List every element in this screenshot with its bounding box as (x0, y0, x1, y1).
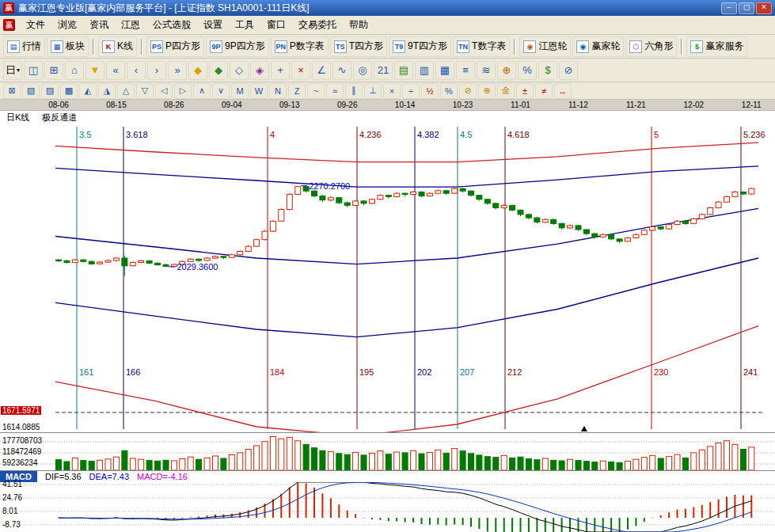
macd-axis-label: 24.76 (2, 493, 22, 502)
home-icon[interactable]: ⌂ (65, 61, 84, 80)
triangle-up-icon[interactable]: △ (117, 83, 135, 99)
menu-item-3[interactable]: 江恩 (115, 17, 146, 32)
zoom-icon[interactable]: ◎ (353, 61, 372, 80)
minimize-button[interactable]: – (721, 2, 737, 14)
grid-icon[interactable]: ⊞ (44, 61, 63, 80)
menu-item-5[interactable]: 设置 (197, 17, 229, 32)
diamond-purple-icon[interactable]: ◈ (250, 61, 269, 80)
table-green-icon[interactable]: ▤ (394, 61, 413, 80)
menu-item-1[interactable]: 浏览 (51, 17, 83, 32)
circle-slash-icon[interactable]: ⊘ (459, 83, 477, 99)
angle-icon[interactable]: ∠ (312, 61, 331, 80)
toolbar-button-p-square[interactable]: PSP四方形 (146, 36, 204, 57)
toolbar-button-t-square[interactable]: TST四方形 (330, 36, 387, 57)
gann-count-label: 184 (270, 367, 284, 377)
arrow-left-icon[interactable]: ◁ (155, 83, 173, 99)
table-grid-icon[interactable]: ▦ (435, 61, 454, 80)
z-pattern-icon[interactable]: Z (288, 83, 306, 99)
toolbar-button-kline[interactable]: KK线 (98, 36, 137, 57)
period-selector[interactable]: 日▾ (3, 61, 22, 80)
diamond-green-icon[interactable]: ◆ (209, 61, 228, 80)
peak-icon[interactable]: ∧ (193, 83, 211, 99)
toolbar-button-sectors[interactable]: ▦板块 (47, 36, 89, 57)
toolbar-button-quotes[interactable]: ▤行情 (3, 36, 45, 57)
toolbar-button-t-number[interactable]: TNT数字表 (453, 36, 510, 57)
parallel-icon[interactable]: ∥ (345, 83, 363, 99)
volume-pane[interactable]: 17770870311847246959236234 (0, 432, 775, 471)
price-level-badge: 1671.5971 (1, 406, 41, 415)
menu-item-7[interactable]: 窗口 (260, 17, 292, 32)
toolbar-button-winner-wheel[interactable]: ◉赢家轮 (572, 36, 624, 57)
m-pattern-icon[interactable]: M (231, 83, 249, 99)
shade-left-icon[interactable]: ▧ (22, 83, 40, 99)
range-icon[interactable]: ↔ (554, 83, 572, 99)
filter-icon[interactable]: ▼ (85, 61, 104, 80)
menu-item-9[interactable]: 帮助 (343, 17, 374, 32)
maximize-button[interactable]: ▢ (739, 2, 754, 14)
delete-icon[interactable]: × (291, 61, 310, 80)
kline-canvas[interactable]: 3.51613.61816641844.2361954.3822024.5207… (0, 111, 775, 432)
macd-canvas[interactable] (0, 482, 775, 532)
triangle-down-icon[interactable]: ▽ (136, 83, 154, 99)
split-window-icon[interactable]: ◫ (24, 61, 43, 80)
prev-bar-icon[interactable]: ‹ (127, 61, 146, 80)
toolbar-separator (141, 39, 142, 55)
shade-grid-icon[interactable]: ▩ (60, 83, 78, 99)
close-button[interactable]: ✕ (756, 2, 772, 14)
toolbar-button-p-number[interactable]: PNP数字表 (271, 36, 329, 57)
dropdown-arrow-icon: ▾ (17, 66, 20, 74)
diamond-blue-icon[interactable]: ◇ (230, 61, 249, 80)
perpendicular-icon[interactable]: ⊥ (364, 83, 382, 99)
diamond-gold-icon[interactable]: ◆ (188, 61, 207, 80)
menu-item-2[interactable]: 资讯 (83, 17, 115, 32)
menu-item-6[interactable]: 工具 (229, 17, 260, 32)
n-pattern-icon[interactable]: N (269, 83, 287, 99)
toolbar-button-hexagon[interactable]: ⬡六角形 (625, 36, 677, 57)
plus-minus-icon[interactable]: ± (516, 83, 534, 99)
divide-icon[interactable]: ÷ (402, 83, 420, 99)
arrow-right-icon[interactable]: ▷ (174, 83, 192, 99)
ratio-icon[interactable]: % (440, 83, 458, 99)
circle-plus-icon[interactable]: ⊕ (478, 83, 496, 99)
crosshair-icon[interactable]: + (271, 61, 290, 80)
calendar-icon[interactable]: 21 (374, 61, 393, 80)
valley-icon[interactable]: ∨ (212, 83, 230, 99)
toolbar-button-gann-wheel[interactable]: ◉江恩轮 (519, 36, 571, 57)
table-cols-icon[interactable]: ▥ (415, 61, 434, 80)
target-icon[interactable]: ⊕ (497, 61, 516, 80)
macd-value-2: MACD=-4.16 (137, 472, 188, 481)
last-bar-icon[interactable]: » (168, 61, 187, 80)
list-icon[interactable]: ≡ (456, 61, 475, 80)
kline-pane[interactable]: 3.51613.61816641844.2361954.3822024.5207… (0, 111, 775, 432)
toolbar-button-label: P四方形 (165, 40, 200, 53)
money-icon[interactable]: $ (538, 61, 557, 80)
not-equal-icon[interactable]: ≠ (535, 83, 553, 99)
half-icon[interactable]: ½ (421, 83, 439, 99)
percent-icon[interactable]: % (518, 61, 537, 80)
menu-item-0[interactable]: 文件 (20, 17, 51, 32)
wave-icon[interactable]: ∿ (332, 61, 351, 80)
toolbar-button-service[interactable]: $赢家服务 (686, 36, 747, 57)
gann-ratio-label: 4.618 (507, 130, 530, 139)
toolbar-button-p9-square[interactable]: 9P9P四方形 (206, 36, 269, 57)
gold-icon[interactable]: 金 (497, 83, 515, 99)
p9-square-icon: 9P (210, 40, 222, 53)
toolbar-button-t9-square[interactable]: T99T四方形 (389, 36, 451, 57)
menu-item-8[interactable]: 交易委托 (292, 17, 343, 32)
quotes-icon: ▤ (7, 40, 20, 53)
macd-pane[interactable]: 41.5124.768.01-8.73 (0, 482, 775, 532)
triangle-right-icon[interactable]: ◮ (98, 83, 116, 99)
volume-canvas[interactable] (0, 433, 775, 471)
approx-icon[interactable]: ≈ (326, 83, 344, 99)
gann-box-icon[interactable]: ⊠ (3, 83, 21, 99)
triangle-left-icon[interactable]: ◭ (79, 83, 97, 99)
tilde-icon[interactable]: ~ (307, 83, 325, 99)
next-bar-icon[interactable]: › (147, 61, 166, 80)
shade-right-icon[interactable]: ▨ (41, 83, 59, 99)
disable-icon[interactable]: ⊘ (559, 61, 578, 80)
menu-item-4[interactable]: 公式选股 (146, 17, 197, 32)
w-pattern-icon[interactable]: W (250, 83, 268, 99)
first-bar-icon[interactable]: « (106, 61, 125, 80)
waves-icon[interactable]: ≋ (477, 61, 496, 80)
cross-icon[interactable]: × (383, 83, 401, 99)
